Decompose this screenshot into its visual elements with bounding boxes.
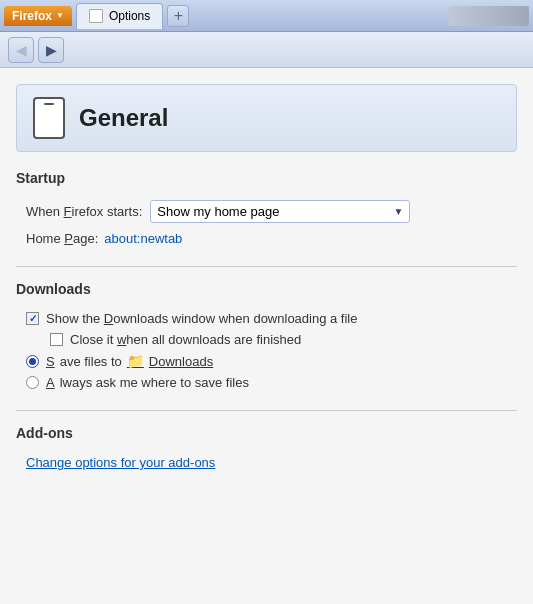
show-downloads-row: Show the Downloads window when downloadi… [26,311,517,326]
startup-dropdown-value: Show my home page [157,204,279,219]
page-title: General [79,104,168,132]
show-downloads-checkbox[interactable] [26,312,39,325]
firefox-button-label: Firefox [12,9,52,23]
general-icon [33,97,65,139]
dropdown-arrow-icon: ▼ [393,206,403,217]
back-icon: ◀ [16,42,27,58]
save-folder-name: Downloads [149,354,213,369]
startup-section-title: Startup [16,170,517,190]
firefox-dropdown-arrow: ▼ [56,11,64,20]
content-area: General Startup When Firefox starts: Sho… [0,68,533,604]
back-button[interactable]: ◀ [8,37,34,63]
show-downloads-label: Show the Downloads window when downloadi… [46,311,358,326]
save-to-label: Save files to Downloads [46,353,213,369]
save-to-row: Save files to Downloads [26,353,517,369]
forward-icon: ▶ [46,42,57,58]
homepage-label: Home Page: [26,231,98,246]
firefox-menu-button[interactable]: Firefox ▼ [4,6,72,26]
addons-section-title: Add-ons [16,425,517,445]
startup-dropdown[interactable]: Show my home page ▼ [150,200,410,223]
close-downloads-checkbox[interactable] [50,333,63,346]
startup-section: Startup When Firefox starts: Show my hom… [16,170,517,246]
always-ask-row: Always ask me where to save files [26,375,517,390]
tab-label: Options [109,9,150,23]
close-downloads-label: Close it when all downloads are finished [70,332,301,347]
options-tab[interactable]: Options [76,3,163,29]
navbar: ◀ ▶ [0,32,533,68]
forward-button[interactable]: ▶ [38,37,64,63]
close-downloads-row: Close it when all downloads are finished [26,332,517,347]
homepage-row: Home Page: about:newtab [26,231,517,246]
when-starts-label: When Firefox starts: [26,204,142,219]
downloads-folder-icon [127,353,144,369]
addons-section: Add-ons Change options for your add-ons [16,425,517,470]
divider-2 [16,410,517,411]
always-ask-label: Always ask me where to save files [46,375,249,390]
startup-row: When Firefox starts: Show my home page ▼ [26,200,517,223]
startup-section-content: When Firefox starts: Show my home page ▼… [16,200,517,246]
divider-1 [16,266,517,267]
addons-link[interactable]: Change options for your add-ons [26,455,215,470]
new-tab-button[interactable]: + [167,5,189,27]
page-header: General [16,84,517,152]
tab-bar: Options + [76,0,449,31]
titlebar: Firefox ▼ Options + [0,0,533,32]
profile-area [449,6,529,26]
always-ask-radio[interactable] [26,376,39,389]
homepage-value: about:newtab [104,231,182,246]
addons-section-content: Change options for your add-ons [16,455,517,470]
downloads-section: Downloads Show the Downloads window when… [16,281,517,390]
downloads-section-title: Downloads [16,281,517,301]
downloads-section-content: Show the Downloads window when downloadi… [16,311,517,390]
save-to-radio[interactable] [26,355,39,368]
tab-favicon [89,9,103,23]
